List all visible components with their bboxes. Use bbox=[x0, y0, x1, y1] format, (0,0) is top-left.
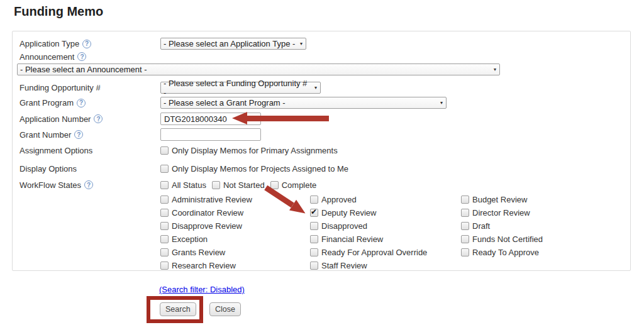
workflow-state-label: Disapproved bbox=[321, 221, 367, 231]
workflow-state-item: Staff Review bbox=[310, 260, 461, 270]
staff-review-checkbox[interactable] bbox=[310, 262, 318, 270]
row-grant-number: Grant Number ? bbox=[19, 128, 630, 141]
all-status-label: All Status bbox=[172, 180, 206, 190]
budget-review-checkbox[interactable] bbox=[461, 196, 469, 204]
workflow-state-item: Administrative Review bbox=[160, 194, 310, 204]
dropdown-arrow-icon: ▾ bbox=[440, 100, 443, 106]
workflow-state-label: Draft bbox=[472, 221, 490, 231]
funding-memo-page: Funding Memo Application Type ? - Please… bbox=[0, 0, 644, 325]
workflow-state-item: Approved bbox=[310, 194, 461, 204]
workflow-states-column-2: Approved Deputy Review Disapproved Finan… bbox=[310, 194, 461, 270]
workflow-states-label: WorkFlow States bbox=[19, 180, 81, 190]
complete-checkbox[interactable] bbox=[270, 181, 279, 189]
administrative-review-checkbox[interactable] bbox=[160, 196, 169, 204]
workflow-state-item: Exception bbox=[160, 234, 310, 244]
complete-label: Complete bbox=[282, 180, 317, 190]
ready-to-approve-checkbox[interactable] bbox=[461, 248, 469, 256]
dropdown-arrow-icon: ▾ bbox=[314, 85, 317, 91]
disapprove-review-checkbox[interactable] bbox=[160, 222, 169, 230]
row-announcement-label: Announcement ? bbox=[19, 52, 630, 62]
workflow-state-item: Funds Not Certified bbox=[461, 234, 630, 244]
row-application-number: Application Number ? bbox=[19, 113, 630, 125]
workflow-state-label: Ready To Approve bbox=[472, 248, 539, 257]
financial-review-checkbox[interactable] bbox=[310, 235, 318, 243]
director-review-checkbox[interactable] bbox=[461, 209, 469, 217]
row-grant-program: Grant Program ? - Please select a Grant … bbox=[19, 97, 630, 109]
row-display-options: Display Options Only Display Memos for P… bbox=[19, 163, 630, 174]
announcement-selected-value: - Please select an Announcement - bbox=[20, 65, 147, 74]
funding-opportunity-label: Funding Opportunity # bbox=[19, 83, 101, 92]
workflow-state-label: Ready For Approval Override bbox=[321, 248, 427, 257]
row-announcement-select: - Please select an Announcement - ▾ bbox=[19, 63, 630, 75]
display-options-label: Display Options bbox=[19, 164, 77, 174]
workflow-state-item: Draft bbox=[461, 221, 630, 231]
workflow-states-column-1: Administrative Review Coordinator Review… bbox=[160, 194, 310, 270]
help-icon[interactable]: ? bbox=[84, 180, 93, 189]
primary-assignments-checkbox[interactable] bbox=[160, 146, 169, 155]
search-criteria-panel: Application Type ? - Please select an Ap… bbox=[12, 31, 631, 271]
approved-checkbox[interactable] bbox=[310, 196, 318, 204]
grant-program-select[interactable]: - Please select a Grant Program - ▾ bbox=[160, 97, 447, 109]
grant-number-input[interactable] bbox=[160, 128, 261, 141]
close-button[interactable]: Close bbox=[209, 302, 241, 316]
workflow-state-label: Funds Not Certified bbox=[472, 234, 543, 244]
disapproved-checkbox[interactable] bbox=[310, 222, 318, 230]
all-status-checkbox[interactable] bbox=[160, 181, 169, 189]
help-icon[interactable]: ? bbox=[77, 99, 86, 107]
application-type-selected-value: - Please select an Application Type - bbox=[164, 39, 295, 48]
projects-assigned-checkbox-label: Only Display Memos for Projects Assigned… bbox=[172, 164, 348, 174]
projects-assigned-checkbox[interactable] bbox=[160, 165, 169, 173]
coordinator-review-checkbox[interactable] bbox=[160, 209, 169, 217]
not-started-checkbox[interactable] bbox=[212, 181, 220, 189]
workflow-state-item: Coordinator Review bbox=[160, 207, 310, 218]
deputy-review-checkbox[interactable] bbox=[310, 209, 318, 217]
search-filter-link[interactable]: (Search filter: Disabled) bbox=[159, 285, 245, 294]
row-application-type: Application Type ? - Please select an Ap… bbox=[19, 38, 630, 50]
announcement-select[interactable]: - Please select an Announcement - ▾ bbox=[17, 63, 500, 75]
workflow-state-label: Administrative Review bbox=[172, 195, 252, 204]
workflow-state-label: Coordinator Review bbox=[172, 208, 243, 218]
workflow-state-label: Exception bbox=[172, 234, 208, 244]
workflow-state-item: Director Review bbox=[461, 207, 630, 218]
row-workflow-states: WorkFlow States ? All Status Not Started… bbox=[19, 180, 630, 190]
dropdown-arrow-icon: ▾ bbox=[300, 41, 303, 47]
primary-assignments-checkbox-label: Only Display Memos for Primary Assignmen… bbox=[172, 146, 338, 155]
funding-opportunity-selected-value: - Please select a Funding Opportunity # … bbox=[164, 79, 311, 97]
grants-review-checkbox[interactable] bbox=[160, 248, 169, 256]
search-button[interactable]: Search bbox=[160, 302, 196, 316]
funds-not-certified-checkbox[interactable] bbox=[461, 235, 469, 243]
grant-number-label: Grant Number bbox=[19, 130, 71, 140]
workflow-state-label: Grants Review bbox=[172, 248, 225, 257]
announcement-label: Announcement bbox=[19, 52, 74, 62]
workflow-state-item: Budget Review bbox=[461, 194, 630, 204]
workflow-state-item: Ready For Approval Override bbox=[310, 247, 461, 257]
grant-program-selected-value: - Please select a Grant Program - bbox=[164, 98, 286, 107]
workflow-state-label: Research Review bbox=[172, 261, 236, 270]
application-number-label: Application Number bbox=[19, 114, 91, 124]
exception-checkbox[interactable] bbox=[160, 235, 169, 243]
research-review-checkbox[interactable] bbox=[160, 262, 169, 270]
draft-checkbox[interactable] bbox=[461, 222, 469, 230]
workflow-states-grid: Administrative Review Coordinator Review… bbox=[160, 194, 630, 270]
help-icon[interactable]: ? bbox=[94, 114, 103, 123]
application-number-input[interactable] bbox=[160, 113, 261, 125]
workflow-state-label: Staff Review bbox=[321, 261, 367, 270]
help-icon[interactable]: ? bbox=[74, 130, 83, 139]
not-started-label: Not Started bbox=[223, 180, 265, 190]
help-icon[interactable]: ? bbox=[82, 40, 91, 48]
assignment-options-label: Assignment Options bbox=[19, 146, 92, 155]
funding-opportunity-select[interactable]: - Please select a Funding Opportunity # … bbox=[160, 82, 321, 94]
workflow-state-item: Financial Review bbox=[310, 234, 461, 244]
workflow-state-label: Budget Review bbox=[472, 195, 527, 204]
workflow-state-label: Financial Review bbox=[321, 234, 383, 244]
help-icon[interactable]: ? bbox=[77, 52, 86, 61]
workflow-state-item: Disapproved bbox=[310, 221, 461, 231]
page-title: Funding Memo bbox=[14, 4, 103, 19]
workflow-state-item: Deputy Review bbox=[310, 207, 461, 218]
row-funding-opportunity: Funding Opportunity # - Please select a … bbox=[19, 82, 630, 94]
ready-for-approval-override-checkbox[interactable] bbox=[310, 248, 318, 256]
workflow-state-label: Approved bbox=[321, 195, 357, 204]
workflow-state-label: Deputy Review bbox=[321, 208, 376, 218]
workflow-state-label: Director Review bbox=[472, 208, 530, 218]
application-type-select[interactable]: - Please select an Application Type - ▾ bbox=[160, 38, 306, 50]
